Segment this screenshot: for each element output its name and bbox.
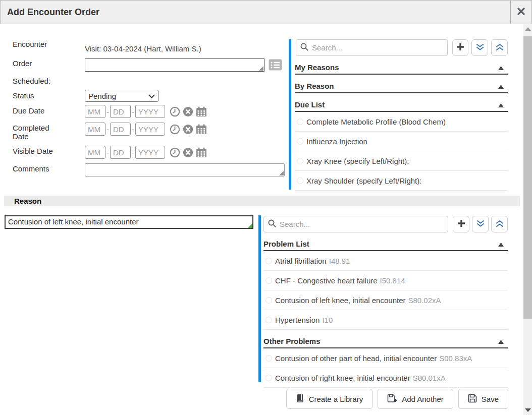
- list-item[interactable]: Contusion of left knee, initial encounte…: [263, 290, 508, 310]
- scheduled-label: Scheduled:: [13, 77, 50, 85]
- date-separator: -: [132, 148, 134, 157]
- clock-icon[interactable]: [170, 124, 180, 135]
- order-picker-button[interactable]: [269, 59, 282, 71]
- problem-list: Atrial fibrillationI48.91 CHF - Congesti…: [263, 251, 508, 330]
- date-separator: -: [107, 125, 109, 134]
- dialog-scrollbar[interactable]: [523, 24, 532, 415]
- scroll-all-down-button[interactable]: [471, 39, 488, 56]
- list-item[interactable]: Atrial fibrillationI48.91: [263, 251, 508, 271]
- calendar-icon[interactable]: [196, 106, 207, 117]
- due-list: Complete Metabolic Profile (Blood Chem) …: [295, 112, 508, 191]
- comments-label: Comments: [13, 164, 49, 173]
- list-item[interactable]: Contusion of other part of head, initial…: [263, 348, 508, 368]
- calendar-icon[interactable]: [196, 147, 207, 158]
- radio-circle-icon: [265, 277, 272, 284]
- list-item[interactable]: Complete Metabolic Profile (Blood Chem): [295, 112, 508, 132]
- order-input[interactable]: [85, 58, 264, 72]
- reason-input[interactable]: Contusion of left knee, initial encounte…: [5, 215, 253, 229]
- section-header-my-reasons[interactable]: My Reasons: [295, 61, 508, 75]
- radio-circle-icon: [297, 177, 303, 184]
- calendar-icon[interactable]: [196, 124, 207, 135]
- radio-circle-icon: [297, 118, 303, 125]
- due-date-mm-input[interactable]: [85, 105, 105, 118]
- encounter-value: Visit: 03-04-2024 (Hart, William S.): [85, 44, 201, 53]
- save-plus-icon: [387, 394, 397, 404]
- due-date-dd-input[interactable]: [110, 105, 131, 118]
- scrollbar-down-arrow-icon[interactable]: [525, 408, 531, 412]
- list-item[interactable]: Contusion of right knee, initial encount…: [263, 368, 508, 388]
- section-header-problem-list[interactable]: Problem List: [263, 238, 508, 251]
- dialog-title: Add Encounter Order: [1, 7, 99, 18]
- reasons-panel: My Reasons By Reason Due List Complete M…: [289, 39, 508, 190]
- close-icon: [517, 7, 525, 18]
- caret-up-icon: [498, 337, 504, 346]
- radio-circle-icon: [265, 355, 272, 362]
- add-reason-button[interactable]: [452, 39, 469, 56]
- completed-date-dd-input[interactable]: [110, 123, 131, 136]
- double-chevron-down-icon: [476, 220, 485, 229]
- completed-date-yyyy-input[interactable]: [135, 123, 165, 136]
- list-item[interactable]: Xray Knee (specify Left/Right):: [295, 151, 508, 171]
- visible-date-mm-input[interactable]: [85, 146, 105, 159]
- reasons-search-box: [296, 39, 448, 56]
- status-select[interactable]: Pending: [85, 90, 158, 102]
- save-button[interactable]: Save: [458, 389, 508, 409]
- book-icon: [296, 394, 304, 404]
- order-label: Order: [13, 59, 32, 68]
- due-date-yyyy-input[interactable]: [135, 105, 165, 118]
- double-chevron-down-icon: [476, 43, 484, 52]
- list-item[interactable]: Influenza Injection: [295, 132, 508, 151]
- caret-up-icon: [498, 82, 504, 91]
- add-another-button[interactable]: Add Another: [378, 389, 453, 409]
- section-header-other-problems[interactable]: Other Problems: [263, 335, 508, 348]
- radio-circle-icon: [265, 317, 272, 323]
- add-encounter-order-dialog: Add Encounter Order Encounter Visit: 03-…: [0, 0, 532, 415]
- clear-circle-icon[interactable]: [183, 124, 193, 135]
- dialog-titlebar: Add Encounter Order: [0, 0, 532, 24]
- plus-icon: [456, 42, 465, 53]
- reason-section-title: Reason: [4, 197, 41, 205]
- list-card-icon: [269, 65, 282, 72]
- search-icon: [300, 43, 308, 53]
- scroll-all-up-button[interactable]: [491, 216, 508, 232]
- clock-icon[interactable]: [170, 106, 180, 117]
- radio-circle-icon: [297, 138, 303, 145]
- status-value: Pending: [88, 92, 116, 100]
- section-header-by-reason[interactable]: By Reason: [295, 80, 508, 93]
- create-library-button[interactable]: Create a Library: [286, 389, 373, 409]
- floppy-icon: [468, 394, 477, 404]
- encounter-label: Encounter: [13, 40, 47, 48]
- date-separator: -: [107, 148, 109, 157]
- add-problem-button[interactable]: [453, 216, 469, 232]
- due-date-row: - -: [85, 105, 207, 118]
- panel-accent-bar: [258, 215, 261, 382]
- list-item[interactable]: CHF - Congestive heart failureI50.814: [263, 271, 508, 290]
- status-label: Status: [13, 91, 34, 100]
- visible-date-yyyy-input[interactable]: [135, 146, 165, 159]
- clear-circle-icon[interactable]: [183, 106, 193, 117]
- section-header-due-list[interactable]: Due List: [295, 98, 508, 112]
- list-item[interactable]: Xray Shoulder (specify Left/Right):: [295, 171, 508, 191]
- due-date-label: Due Date: [13, 106, 44, 115]
- reasons-search-input[interactable]: [312, 43, 443, 52]
- scrollbar-up-arrow-icon[interactable]: [525, 27, 531, 31]
- comments-input[interactable]: [85, 163, 285, 176]
- footer-actions: Create a Library Add Another Save: [0, 389, 508, 409]
- list-item[interactable]: HypertensionI10: [263, 310, 508, 330]
- visible-date-row: - -: [85, 146, 207, 159]
- close-button[interactable]: [510, 1, 531, 24]
- radio-circle-icon: [297, 158, 303, 164]
- problems-search-input[interactable]: [280, 220, 444, 228]
- radio-circle-icon: [265, 375, 272, 381]
- scroll-all-down-button[interactable]: [472, 216, 489, 232]
- completed-date-label: Completed Date: [13, 124, 49, 141]
- radio-circle-icon: [265, 258, 272, 264]
- completed-date-mm-input[interactable]: [85, 123, 105, 136]
- other-problems-list: Contusion of other part of head, initial…: [263, 348, 508, 388]
- scrollbar-thumb[interactable]: [523, 36, 532, 319]
- clear-circle-icon[interactable]: [183, 147, 193, 158]
- double-chevron-up-icon: [496, 43, 504, 52]
- clock-icon[interactable]: [170, 147, 180, 158]
- scroll-all-up-button[interactable]: [491, 39, 508, 56]
- visible-date-dd-input[interactable]: [110, 146, 131, 159]
